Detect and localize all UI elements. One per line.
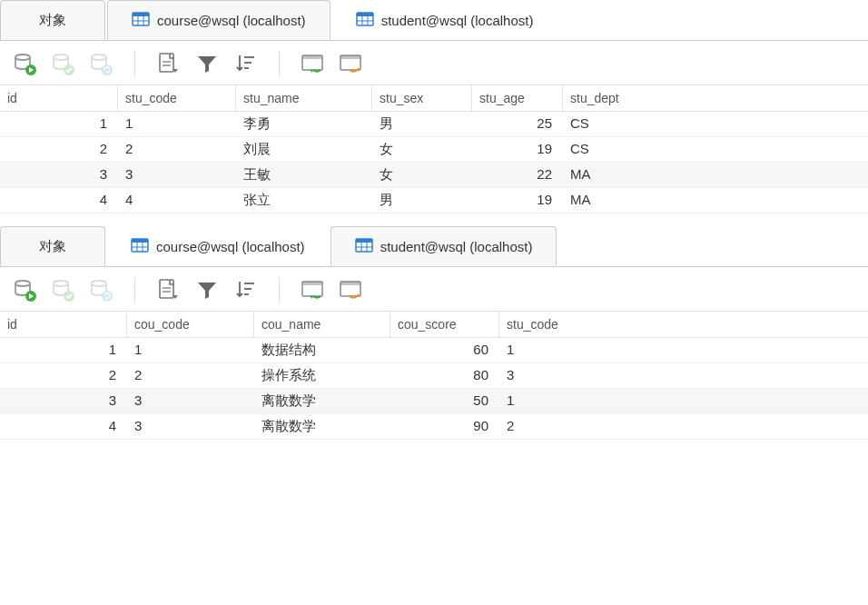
table-row[interactable]: 2 2 操作系统 80 3 [0, 363, 868, 389]
table-row[interactable]: 3 3 王敏 女 22 MA [0, 163, 868, 188]
separator [279, 51, 280, 76]
table-row[interactable]: 1 1 数据结构 60 1 [0, 338, 868, 363]
col-id[interactable]: id [0, 312, 127, 337]
filter-icon[interactable] [193, 276, 221, 303]
db-check-icon[interactable] [49, 50, 76, 77]
cell-cou_name: 操作系统 [254, 363, 390, 388]
col-stu_sex[interactable]: stu_sex [372, 85, 472, 111]
cell-stu_dept: CS [563, 137, 708, 162]
tab-label: student@wsql (localhost) [380, 239, 533, 254]
col-stu_age[interactable]: stu_age [472, 85, 563, 111]
sort-icon[interactable] [232, 50, 259, 77]
panel-course: 对象 course@wsql (localhost) student@wsql … [0, 226, 868, 440]
cell-stu_code: 1 [118, 112, 236, 136]
table-row[interactable]: 3 3 离散数学 50 1 [0, 389, 868, 414]
col-cou_name[interactable]: cou_name [254, 312, 390, 337]
cell-cou_score: 90 [390, 414, 499, 439]
cell-stu_code: 4 [118, 188, 236, 213]
cell-id: 4 [0, 414, 127, 439]
grid-header: id stu_code stu_name stu_sex stu_age stu… [0, 85, 868, 112]
cell-stu_sex: 男 [372, 188, 472, 213]
col-stu_dept[interactable]: stu_dept [563, 85, 708, 111]
tab-course[interactable]: course@wsql (localhost) [107, 226, 329, 267]
svg-point-36 [15, 281, 30, 286]
filter-icon[interactable] [193, 50, 221, 77]
table-row[interactable]: 2 2 刘晨 女 19 CS [0, 137, 868, 163]
sort-icon[interactable] [232, 276, 259, 303]
import-icon[interactable] [300, 276, 327, 303]
tab-label: course@wsql (localhost) [157, 13, 306, 28]
export-icon[interactable] [338, 50, 365, 77]
separator [279, 277, 280, 302]
table-row[interactable]: 4 4 张立 男 19 MA [0, 188, 868, 213]
cell-cou_name: 离散数学 [254, 389, 390, 413]
col-stu_code[interactable]: stu_code [118, 85, 236, 111]
cell-stu_age: 25 [472, 112, 563, 136]
tab-student[interactable]: student@wsql (localhost) [330, 226, 557, 266]
svg-rect-42 [160, 280, 173, 298]
col-stu_code[interactable]: stu_code [499, 312, 645, 337]
tab-course[interactable]: course@wsql (localhost) [107, 0, 330, 40]
cell-stu_code: 3 [118, 163, 236, 187]
svg-point-38 [54, 281, 68, 286]
db-check-icon[interactable] [49, 276, 76, 303]
separator [134, 277, 135, 302]
col-stu_name[interactable]: stu_name [236, 85, 372, 111]
svg-rect-51 [340, 282, 360, 285]
db-refresh-icon[interactable] [87, 50, 114, 77]
svg-rect-6 [357, 13, 373, 16]
svg-rect-23 [302, 55, 322, 59]
separator [134, 51, 135, 76]
cell-cou_code: 1 [127, 338, 254, 362]
cell-cou_name: 数据结构 [254, 338, 390, 362]
cell-stu_age: 19 [472, 137, 563, 162]
db-run-icon[interactable] [11, 276, 38, 303]
cell-id: 1 [0, 112, 118, 136]
col-cou_score[interactable]: cou_score [390, 312, 499, 337]
grid-header: id cou_code cou_name cou_score stu_code [0, 312, 868, 338]
cell-id: 4 [0, 188, 118, 213]
cell-cou_code: 3 [127, 389, 254, 413]
svg-point-41 [102, 291, 113, 302]
data-grid-student: id stu_code stu_name stu_sex stu_age stu… [0, 84, 868, 213]
doc-dropdown-icon[interactable] [155, 276, 182, 303]
table-icon [131, 236, 149, 257]
cell-id: 1 [0, 338, 127, 362]
tab-bar: 对象 course@wsql (localhost) student@wsql … [0, 0, 868, 41]
svg-rect-49 [302, 282, 322, 285]
table-icon [132, 10, 150, 31]
doc-dropdown-icon[interactable] [155, 50, 182, 77]
svg-point-14 [92, 55, 106, 60]
export-icon[interactable] [338, 276, 365, 303]
cell-stu_age: 22 [472, 163, 563, 187]
cell-cou_name: 离散数学 [254, 414, 390, 439]
cell-stu_name: 王敏 [236, 163, 372, 187]
panel-student: 对象 course@wsql (localhost) student@wsql … [0, 0, 868, 213]
cell-stu_name: 李勇 [236, 112, 372, 136]
svg-point-40 [92, 281, 106, 286]
toolbar [0, 41, 868, 84]
tab-label: 对象 [39, 238, 66, 255]
col-cou_code[interactable]: cou_code [127, 312, 254, 337]
table-row[interactable]: 4 3 离散数学 90 2 [0, 414, 868, 440]
cell-stu_code: 1 [499, 338, 645, 362]
cell-cou_code: 2 [127, 363, 254, 388]
svg-rect-16 [160, 54, 173, 72]
cell-stu_dept: CS [563, 112, 708, 136]
table-icon [355, 236, 373, 257]
db-refresh-icon[interactable] [87, 276, 114, 303]
cell-id: 2 [0, 137, 118, 162]
col-id[interactable]: id [0, 85, 118, 111]
tab-objects[interactable]: 对象 [0, 0, 105, 40]
import-icon[interactable] [300, 50, 327, 77]
cell-cou_score: 50 [390, 389, 499, 413]
cell-cou_code: 3 [127, 414, 254, 439]
data-grid-course: id cou_code cou_name cou_score stu_code … [0, 311, 868, 440]
cell-id: 3 [0, 389, 127, 413]
cell-stu_code: 2 [499, 414, 645, 439]
tab-objects[interactable]: 对象 [0, 226, 105, 266]
table-row[interactable]: 1 1 李勇 男 25 CS [0, 112, 868, 137]
tab-student[interactable]: student@wsql (localhost) [332, 0, 557, 41]
cell-stu_sex: 女 [372, 163, 472, 187]
db-run-icon[interactable] [11, 50, 38, 77]
